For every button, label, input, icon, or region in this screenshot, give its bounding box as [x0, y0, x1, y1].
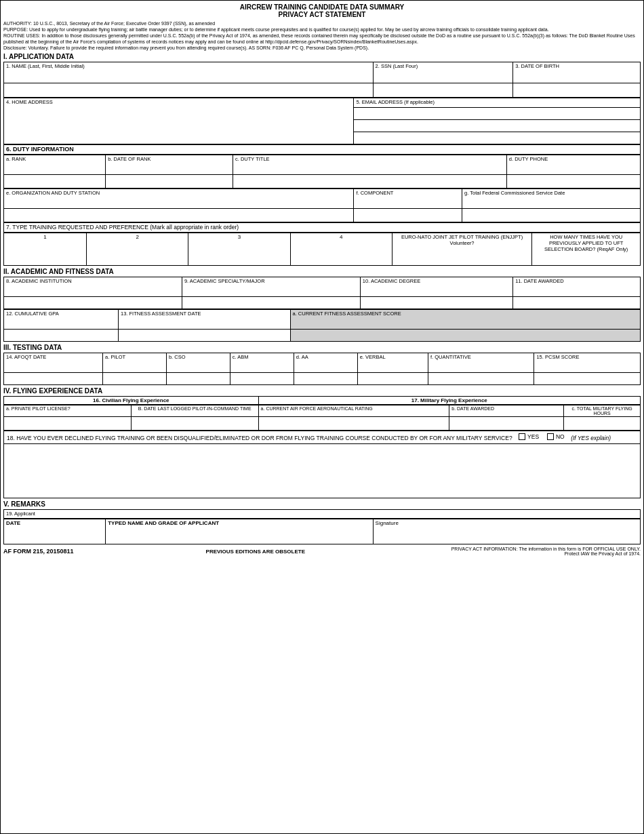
rank-row: a. RANK b. DATE OF RANK c. DUTY TITLE d.…	[3, 155, 641, 188]
date-awarded-flying-label: b. DATE AWARDED	[451, 406, 494, 411]
privacy-statement: AUTHORITY: 10 U.S.C., 8013, Secretary of…	[3, 20, 641, 51]
institution-label: 8. ACADEMIC INSTITUTION	[6, 278, 180, 284]
privacy-note: PRIVACY ACT INFORMATION: The information…	[437, 547, 641, 556]
duty-title-label: c. DUTY TITLE	[235, 156, 504, 162]
no-checkbox[interactable]	[547, 433, 554, 440]
date-col-label: DATE	[6, 520, 20, 526]
duty-phone-label: d. DUTY PHONE	[509, 156, 638, 162]
training-col2: 2	[89, 234, 186, 240]
typed-name-col-label: TYPED NAME AND GRADE OF APPLICANT	[108, 520, 219, 526]
pcsm-label: 15. PCSM SCORE	[536, 354, 638, 360]
address-label: 4. HOME ADDRESS	[6, 99, 351, 105]
declined-row: 18. HAVE YOU EVER DECLINED FLYING TRAINI…	[3, 431, 641, 498]
aa-label: d. AA	[296, 354, 355, 360]
section-v-title: V. REMARKS	[3, 500, 641, 508]
yes-label: YES	[527, 433, 539, 440]
ssn-label: 2. SSN (Last Four)	[376, 63, 511, 69]
board-cell: HOW MANY TIMES HAVE YOU PREVIOUSLY APPLI…	[532, 233, 641, 266]
address-email-row: 4. HOME ADDRESS 5. EMAIL ADDRESS (If app…	[3, 98, 641, 144]
training-header: 7. TYPE TRAINING REQUESTED AND PREFERENC…	[3, 222, 641, 233]
civilian-flying-header: 16. Civilian Flying Experience	[4, 397, 259, 405]
rank-label: a. RANK	[6, 156, 103, 162]
section-iii-title: III. TESTING DATA	[3, 344, 641, 351]
remarks-table: 19. Applicant	[3, 509, 641, 519]
pilot-label: a. PILOT	[105, 354, 164, 360]
yes-checkbox-area: YES	[519, 433, 539, 440]
enjjpt-label: EURO-NATO JOINT JET PILOT TRAINING (ENJJ…	[401, 234, 523, 246]
enjjpt-cell: EURO-NATO JOINT JET PILOT TRAINING (ENJJ…	[392, 233, 532, 266]
gpa-fitness-row: 12. CUMULATIVE GPA 13. FITNESS ASSESSMEN…	[3, 309, 641, 342]
gpa-label: 12. CUMULATIVE GPA	[6, 311, 116, 317]
name-ssn-dob-row: 1. NAME (Last, First, Middle Initial) 2.…	[3, 62, 641, 98]
name-label: 1. NAME (Last, First, Middle Initial)	[6, 63, 371, 69]
quantitative-label: f. QUANTITATIVE	[430, 354, 532, 360]
verbal-label: e. VERBAL	[360, 354, 426, 360]
board-label: HOW MANY TIMES HAVE YOU PREVIOUSLY APPLI…	[544, 234, 628, 252]
fitness-score-label: a. CURRENT FITNESS ASSESSMENT SCORE	[293, 311, 638, 317]
authority-text: AUTHORITY: 10 U.S.C., 8013, Secretary of…	[3, 20, 641, 26]
flying-header-row: 16. Civilian Flying Experience 17. Milit…	[3, 396, 641, 405]
training-cols: 1 2 3 4 EURO-NATO JOINT JET PILOT TRAINI…	[3, 233, 641, 266]
applicant-label: 19. Applicant	[6, 511, 638, 517]
type-training-label: 7. TYPE TRAINING REQUESTED AND PREFERENC…	[6, 224, 638, 231]
cso-label: b. CSO	[169, 354, 228, 360]
date-logged-label: B. DATE LAST LOGGED PILOT-IN-COMMAND TIM…	[138, 406, 251, 411]
total-military-label: c. TOTAL MILITARY FLYING HOURS	[572, 406, 632, 416]
form-footer: AF FORM 215, 20150811 PREVIOUS EDITIONS …	[3, 547, 641, 556]
org-label: e. ORGANIZATION AND DUTY STATION	[6, 190, 351, 196]
training-col3: 3	[190, 234, 287, 240]
form-subtitle: PRIVACY ACT STATEMENT	[3, 11, 641, 18]
no-checkbox-area: NO	[547, 433, 565, 440]
dob-label: 3. DATE OF BIRTH	[515, 63, 638, 69]
declined-label: 18. HAVE YOU EVER DECLINED FLYING TRAINI…	[7, 435, 512, 441]
fitness-date-label: 13. FITNESS ASSESSMENT DATE	[121, 311, 288, 317]
abm-label: c. ABM	[233, 354, 291, 360]
academic-row: 8. ACADEMIC INSTITUTION 9. ACADEMIC SPEC…	[3, 277, 641, 309]
afoqt-date-label: 14. AFOQT DATE	[6, 354, 100, 360]
no-label: NO	[556, 433, 565, 440]
duty-info-header: 6. DUTY INFORMATION	[3, 144, 641, 155]
form-number: AF FORM 215, 20150811	[3, 548, 74, 555]
testing-row: 14. AFOQT DATE a. PILOT b. CSO c. ABM d.…	[3, 353, 641, 385]
component-label: f. COMPONENT	[356, 190, 460, 196]
if-yes-label: (If YES explain)	[571, 435, 611, 441]
section-i-title: I. APPLICATION DATA	[3, 53, 641, 60]
training-col1: 1	[6, 234, 84, 240]
email-label: 5. EMAIL ADDRESS (If applicable)	[356, 99, 638, 105]
form-header: AIRCREW TRAINING CANDIDATE DATA SUMMARY …	[3, 3, 641, 18]
purpose-text: PURPOSE: Used to apply for undergraduate…	[3, 26, 641, 33]
duty-info-label: 6. DUTY INFORMATION	[6, 146, 638, 153]
disclosure-text: Disclosure: Voluntary. Failure to provid…	[3, 45, 641, 51]
routine-text: ROUTINE USES: In addition to those discl…	[3, 33, 641, 45]
degree-label: 10. ACADEMIC DEGREE	[363, 278, 510, 284]
yes-checkbox[interactable]	[519, 433, 525, 440]
specialty-label: 9. ACADEMIC SPECIALTY/MAJOR	[184, 278, 358, 284]
form-title: AIRCREW TRAINING CANDIDATE DATA SUMMARY	[3, 3, 641, 11]
federal-label: g. Total Federal Commissioned Service Da…	[464, 190, 638, 196]
obsolete-text: PREVIOUS EDITIONS ARE OBSOLETE	[206, 549, 305, 555]
date-awarded-academic-label: 11. DATE AWARDED	[515, 278, 638, 284]
signature-col-label: Signature	[376, 520, 399, 526]
military-flying-header: 17. Military Flying Experience	[258, 397, 640, 405]
af-rating-label: a. CURRENT AIR FORCE AERONAUTICAL RATING	[261, 406, 373, 411]
private-pilot-label: a. PRIVATE PILOT LICENSE?	[6, 406, 71, 411]
signature-row: DATE TYPED NAME AND GRADE OF APPLICANT S…	[3, 519, 641, 544]
training-col4: 4	[293, 234, 390, 240]
org-row: e. ORGANIZATION AND DUTY STATION f. COMP…	[3, 188, 641, 222]
section-ii-title: II. ACADEMIC AND FITNESS DATA	[3, 268, 641, 275]
form-page: AIRCREW TRAINING CANDIDATE DATA SUMMARY …	[0, 0, 644, 834]
flying-subheader-row: a. PRIVATE PILOT LICENSE? B. DATE LAST L…	[3, 405, 641, 431]
date-rank-label: b. DATE OF RANK	[108, 156, 230, 162]
section-iv-title: IV. FLYING EXPERIENCE DATA	[3, 387, 641, 395]
